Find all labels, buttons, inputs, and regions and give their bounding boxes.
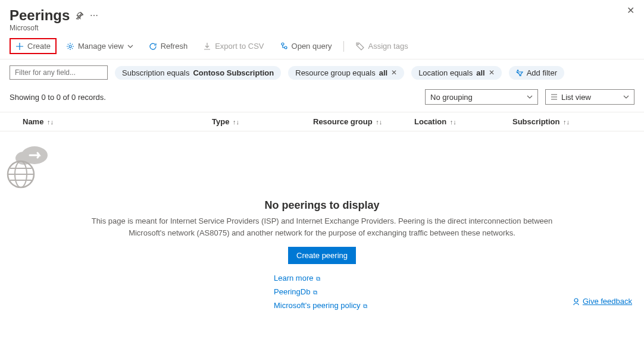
sort-icon: ↑↓ bbox=[233, 118, 239, 125]
export-csv-button: Export to CSV bbox=[197, 38, 270, 54]
create-button[interactable]: Create bbox=[10, 38, 57, 54]
filter-loc-label: Location equals bbox=[418, 68, 473, 77]
column-name[interactable]: Name ↑↓ bbox=[10, 117, 212, 126]
sort-icon: ↑↓ bbox=[47, 118, 54, 125]
empty-description: This page is meant for Internet Service … bbox=[78, 215, 566, 238]
external-link-icon: ⧉ bbox=[362, 303, 368, 309]
more-icon[interactable]: ⋯ bbox=[90, 11, 98, 20]
export-csv-label: Export to CSV bbox=[215, 42, 264, 51]
filter-add-icon bbox=[516, 69, 523, 76]
chevron-down-icon bbox=[527, 94, 533, 100]
download-icon bbox=[203, 42, 211, 51]
filter-pill-subscription[interactable]: Subscription equals Contoso Subscription bbox=[115, 66, 281, 80]
remove-filter-icon[interactable]: ✕ bbox=[489, 68, 495, 77]
assign-tags-button: Assign tags bbox=[350, 38, 414, 54]
column-location[interactable]: Location ↑↓ bbox=[414, 117, 512, 126]
record-count: Showing 0 to 0 of 0 records. bbox=[10, 93, 106, 102]
empty-illustration bbox=[0, 143, 644, 191]
add-filter-button[interactable]: Add filter bbox=[509, 66, 564, 80]
filter-pill-location[interactable]: Location equals all ✕ bbox=[411, 66, 502, 80]
page-header: Peerings ⋯ Microsoft ✕ bbox=[0, 0, 644, 34]
filter-pill-resource-group[interactable]: Resource group equals all ✕ bbox=[288, 66, 404, 80]
close-icon[interactable]: ✕ bbox=[627, 5, 634, 16]
view-mode-value: List view bbox=[561, 93, 591, 102]
list-icon bbox=[551, 93, 558, 101]
filter-loc-value: all bbox=[476, 68, 484, 77]
chevron-down-icon bbox=[623, 94, 629, 100]
filter-bar: Subscription equals Contoso Subscription… bbox=[0, 59, 644, 84]
svg-point-2 bbox=[285, 46, 287, 49]
refresh-label: Refresh bbox=[161, 42, 188, 51]
filter-rg-label: Resource group equals bbox=[295, 68, 375, 77]
sort-icon: ↑↓ bbox=[563, 118, 570, 125]
manage-view-label: Manage view bbox=[78, 42, 124, 51]
learn-more-link[interactable]: Learn more ⧉ bbox=[274, 274, 644, 282]
view-mode-dropdown[interactable]: List view bbox=[545, 89, 634, 105]
filter-sub-value: Contoso Subscription bbox=[193, 68, 274, 77]
svg-point-0 bbox=[69, 45, 71, 48]
status-bar: Showing 0 to 0 of 0 records. No grouping… bbox=[0, 84, 644, 112]
grouping-dropdown[interactable]: No grouping bbox=[425, 89, 538, 105]
column-type[interactable]: Type ↑↓ bbox=[212, 117, 313, 126]
sort-icon: ↑↓ bbox=[376, 118, 382, 125]
external-link-icon: ⧉ bbox=[314, 275, 320, 282]
svg-point-3 bbox=[358, 43, 359, 45]
filter-rg-value: all bbox=[379, 68, 387, 77]
svg-point-8 bbox=[574, 299, 578, 302]
query-icon bbox=[280, 42, 288, 51]
column-subscription[interactable]: Subscription ↑↓ bbox=[512, 117, 634, 126]
manage-view-button[interactable]: Manage view bbox=[60, 38, 139, 54]
table-header: Name ↑↓ Type ↑↓ Resource group ↑↓ Locati… bbox=[0, 112, 644, 131]
filter-sub-label: Subscription equals bbox=[122, 68, 189, 77]
open-query-button[interactable]: Open query bbox=[274, 38, 338, 54]
grouping-value: No grouping bbox=[430, 93, 473, 102]
plus-icon bbox=[15, 42, 24, 51]
peeringdb-link[interactable]: PeeringDb ⧉ bbox=[274, 287, 644, 296]
give-feedback-link[interactable]: Give feedback bbox=[572, 297, 632, 306]
refresh-button[interactable]: Refresh bbox=[143, 38, 194, 54]
toolbar-separator bbox=[343, 41, 344, 52]
gear-icon bbox=[66, 42, 74, 51]
remove-filter-icon[interactable]: ✕ bbox=[391, 68, 397, 77]
create-peering-button[interactable]: Create peering bbox=[288, 247, 356, 264]
empty-state: No peerings to display This page is mean… bbox=[0, 131, 644, 310]
empty-title: No peerings to display bbox=[0, 199, 644, 212]
external-link-icon: ⧉ bbox=[311, 289, 317, 296]
add-filter-label: Add filter bbox=[527, 68, 557, 77]
svg-point-1 bbox=[282, 43, 284, 45]
page-subtitle: Microsoft bbox=[10, 24, 634, 32]
column-resource-group[interactable]: Resource group ↑↓ bbox=[313, 117, 414, 126]
pin-icon[interactable] bbox=[76, 11, 84, 20]
tag-icon bbox=[356, 42, 364, 51]
create-label: Create bbox=[27, 42, 51, 51]
command-bar: Create Manage view Refresh Export to CSV… bbox=[0, 34, 644, 59]
assign-tags-label: Assign tags bbox=[368, 42, 408, 51]
feedback-icon bbox=[572, 297, 580, 306]
filter-input[interactable] bbox=[10, 65, 108, 80]
feedback-label: Give feedback bbox=[583, 297, 632, 306]
open-query-label: Open query bbox=[292, 42, 332, 51]
chevron-down-icon bbox=[127, 43, 133, 49]
page-title: Peerings bbox=[10, 7, 70, 24]
refresh-icon bbox=[149, 42, 157, 51]
sort-icon: ↑↓ bbox=[450, 118, 457, 125]
